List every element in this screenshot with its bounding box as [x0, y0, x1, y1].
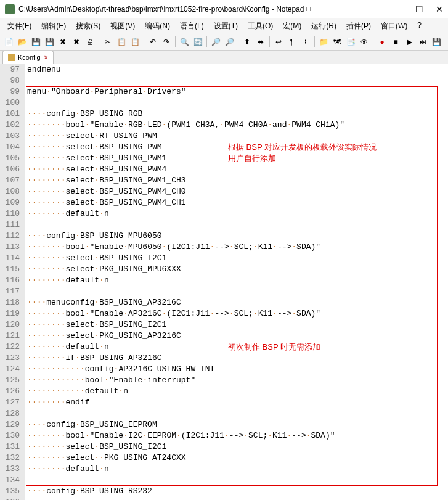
menu-encoding[interactable]: 编码(N): [140, 18, 175, 33]
stop-icon[interactable]: ■: [389, 36, 402, 48]
menu-view[interactable]: 视图(V): [105, 18, 140, 33]
code-line[interactable]: ········endif: [27, 397, 448, 408]
code-line[interactable]: endmenu: [27, 64, 448, 75]
code-line[interactable]: [27, 497, 448, 500]
code-line[interactable]: ····config·BSP_USING_MPU6050: [27, 231, 448, 242]
code-line[interactable]: ········select·BSP_USING_I2C1: [27, 319, 448, 330]
line-number: 136: [2, 497, 20, 500]
menu-window[interactable]: 窗口(W): [376, 18, 412, 33]
code-line[interactable]: [27, 408, 448, 419]
code-line[interactable]: ········bool·"Enable·MPU6050·(I2C1:J11·-…: [27, 242, 448, 253]
code-line[interactable]: ············config·AP3216C_USING_HW_INT: [27, 364, 448, 375]
find-icon[interactable]: 🔍: [178, 36, 190, 48]
code-line[interactable]: ········default·n: [27, 464, 448, 475]
code-line[interactable]: ········select·BSP_USING_PWM4_CH1: [27, 197, 448, 208]
sync-v-icon[interactable]: ⬍: [241, 36, 253, 48]
menu-language[interactable]: 语言(L): [175, 18, 209, 33]
zoom-out-icon[interactable]: 🔎: [223, 36, 235, 48]
line-number: 105: [2, 153, 20, 164]
code-line[interactable]: [27, 219, 448, 231]
code-line[interactable]: [27, 286, 448, 297]
code-line[interactable]: ········select·PKG_USING_MPU6XXX: [27, 264, 448, 275]
menu-settings[interactable]: 设置(T): [209, 18, 243, 33]
redo-icon[interactable]: ↷: [160, 36, 173, 48]
code-area[interactable]: 根据 BSP 对应开发板的板载外设实际情况 用户自行添加 初次制作 BSP 时无…: [25, 64, 448, 500]
sync-h-icon[interactable]: ⬌: [255, 36, 267, 48]
minimize-button[interactable]: —: [394, 4, 403, 14]
zoom-in-icon[interactable]: 🔎: [210, 36, 222, 48]
menu-file[interactable]: 文件(F): [2, 18, 36, 33]
folder-icon[interactable]: 📁: [317, 36, 330, 48]
code-line[interactable]: ············bool·"Enable·interrupt": [27, 375, 448, 386]
menu-help[interactable]: ?: [412, 18, 426, 33]
line-number: 120: [2, 319, 20, 330]
code-line[interactable]: ········select·BSP_USING_I2C1: [27, 441, 448, 453]
wordwrap-icon[interactable]: ↩: [272, 36, 285, 48]
separator: [175, 36, 176, 47]
print-icon[interactable]: 🖨: [84, 36, 96, 48]
close-all-icon[interactable]: ✖: [70, 36, 83, 48]
indent-guide-icon[interactable]: ⫶: [299, 36, 312, 48]
code-line[interactable]: ············default·n: [27, 386, 448, 397]
menu-tools[interactable]: 工具(O): [243, 18, 278, 33]
code-line[interactable]: ········bool·"Enable·RGB·LED·(PWM1_CH3A,…: [27, 120, 448, 131]
code-line[interactable]: ········select·PKG_USING_AP3216C: [27, 330, 448, 342]
cut-icon[interactable]: ✂: [102, 36, 114, 48]
tab-close-icon[interactable]: ×: [44, 54, 48, 61]
code-line[interactable]: ········select·BSP_USING_PWM1_CH3: [27, 175, 448, 186]
save-icon[interactable]: 💾: [30, 36, 42, 48]
menu-macro[interactable]: 宏(M): [278, 18, 306, 33]
record-icon[interactable]: ●: [376, 36, 388, 48]
window-controls: — ☐ ✕: [394, 4, 443, 14]
replace-icon[interactable]: 🔄: [192, 36, 204, 48]
code-line[interactable]: [27, 475, 448, 486]
line-number: 110: [2, 208, 20, 219]
code-line[interactable]: ········select·BSP_USING_I2C1: [27, 253, 448, 264]
code-line[interactable]: ····config·BSP_USING_RS232: [27, 486, 448, 497]
code-line[interactable]: [27, 75, 448, 86]
code-line[interactable]: ········default·n: [27, 275, 448, 286]
menu-run[interactable]: 运行(R): [306, 18, 341, 33]
save-all-icon[interactable]: 💾: [43, 36, 55, 48]
code-line[interactable]: ········default·n: [27, 208, 448, 219]
code-line[interactable]: menu·"Onboard·Peripheral·Drivers": [27, 86, 448, 97]
show-all-chars-icon[interactable]: ¶: [286, 36, 298, 48]
code-line[interactable]: ········select··PKG_USING_AT24CXX: [27, 453, 448, 464]
save-macro-icon[interactable]: 💾: [430, 36, 442, 48]
maximize-button[interactable]: ☐: [415, 4, 423, 14]
code-line[interactable]: ····config·BSP_USING_EEPROM: [27, 419, 448, 430]
line-number: 104: [2, 142, 20, 153]
code-line[interactable]: ····menuconfig·BSP_USING_AP3216C: [27, 297, 448, 308]
code-line[interactable]: ········if·BSP_USING_AP3216C: [27, 353, 448, 364]
code-line[interactable]: ········select·RT_USING_PWM: [27, 131, 448, 142]
annotation-2: 初次制作 BSP 时无需添加: [228, 342, 320, 353]
menu-search[interactable]: 搜索(S): [71, 18, 105, 33]
toolbar: 📄 📂 💾 💾 ✖ ✖ 🖨 ✂ 📋 📋 ↶ ↷ 🔍 🔄 🔎 🔎 ⬍ ⬌ ↩ ¶ …: [0, 33, 448, 51]
code-line[interactable]: ····config·BSP_USING_RGB: [27, 109, 448, 120]
window-title: C:\Users\Admin\Desktop\rt-thread\bsp\imx…: [18, 5, 394, 14]
paste-icon[interactable]: 📋: [129, 36, 141, 48]
code-line[interactable]: ········select·BSP_USING_PWM4_CH0: [27, 186, 448, 197]
copy-icon[interactable]: 📋: [115, 36, 128, 48]
func-list-icon[interactable]: 📑: [344, 36, 357, 48]
doc-map-icon[interactable]: 🗺: [331, 36, 343, 48]
play-icon[interactable]: ▶: [403, 36, 415, 48]
open-file-icon[interactable]: 📂: [16, 36, 28, 48]
code-line[interactable]: ········select·BSP_USING_PWM4: [27, 164, 448, 175]
monitor-icon[interactable]: 👁: [358, 36, 370, 48]
line-number: 103: [2, 131, 20, 142]
undo-icon[interactable]: ↶: [147, 36, 159, 48]
code-line[interactable]: ········bool·"Enable·AP3216C·(I2C1:J11·-…: [27, 308, 448, 319]
play-multi-icon[interactable]: ⏭: [417, 36, 429, 48]
new-file-icon[interactable]: 📄: [2, 36, 15, 48]
app-icon: [5, 4, 15, 14]
code-line[interactable]: ········bool·"Enable·I2C·EEPROM·(I2C1:J1…: [27, 430, 448, 441]
tab-kconfig[interactable]: Kconfig ×: [2, 51, 54, 64]
close-file-icon[interactable]: ✖: [57, 36, 69, 48]
menu-edit[interactable]: 编辑(E): [36, 18, 71, 33]
separator: [373, 36, 373, 47]
code-line[interactable]: [27, 97, 448, 109]
close-button[interactable]: ✕: [436, 4, 443, 14]
editor[interactable]: 9798991001011021031041051061071081091101…: [0, 64, 448, 500]
menu-plugins[interactable]: 插件(P): [341, 18, 376, 33]
